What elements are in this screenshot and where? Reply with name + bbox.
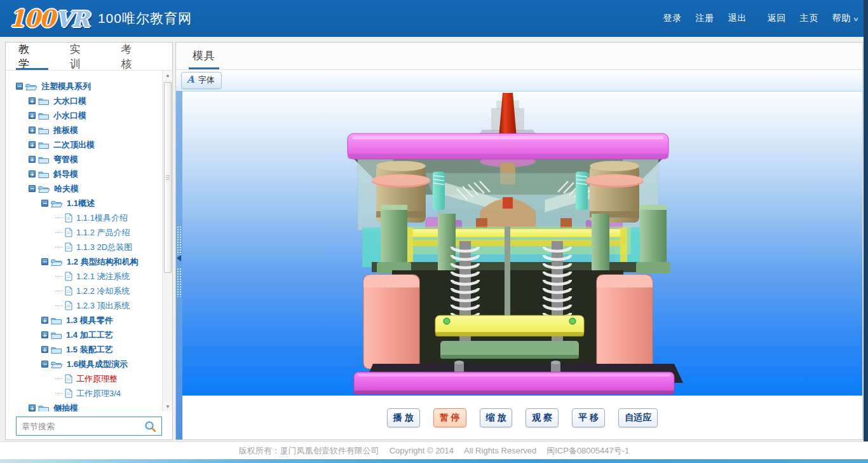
doc-icon bbox=[65, 301, 72, 310]
logo-vr: VR bbox=[55, 8, 89, 30]
chevron-down-icon: ∨ bbox=[853, 16, 860, 22]
folder-closed-icon bbox=[38, 155, 50, 164]
scroll-thumb[interactable] bbox=[164, 82, 172, 273]
tree-item[interactable]: +1.3 模具零件 bbox=[6, 313, 161, 328]
sidebar-tab-1[interactable]: 教 学 bbox=[18, 43, 46, 70]
tree-item-label: 斜导模 bbox=[53, 169, 78, 180]
expand-box-icon[interactable]: + bbox=[41, 346, 48, 353]
nav-link-5[interactable]: 主页 bbox=[799, 13, 818, 24]
tree-item[interactable]: 1.2.3 顶出系统 bbox=[6, 298, 161, 313]
nav-link-2[interactable]: 注册 bbox=[695, 13, 714, 24]
tree-item-label: 侧抽模 bbox=[53, 403, 78, 412]
collapse-box-icon[interactable]: − bbox=[16, 83, 23, 90]
nav-link-4[interactable]: 返回 bbox=[767, 13, 786, 24]
tree-item[interactable]: +侧抽模 bbox=[6, 401, 161, 411]
tree-item[interactable]: −1.6模具成型演示 bbox=[6, 357, 161, 371]
expand-box-icon[interactable]: + bbox=[29, 97, 36, 104]
search-input[interactable] bbox=[22, 422, 144, 431]
scroll-down-arrow[interactable]: ▼ bbox=[163, 402, 172, 411]
tree-item-label: 1.2.3 顶出系统 bbox=[76, 300, 130, 312]
splitter-handle[interactable] bbox=[176, 91, 182, 439]
splitter-dots bbox=[177, 226, 182, 255]
expand-box-icon[interactable]: + bbox=[41, 331, 48, 338]
site-title: 100唯尔教育网 bbox=[98, 10, 192, 27]
tab-mold[interactable]: 模具 bbox=[193, 43, 215, 69]
tree-item-label: 1.5 装配工艺 bbox=[66, 344, 113, 356]
collapse-box-icon[interactable]: − bbox=[41, 200, 48, 207]
tree-connector bbox=[55, 218, 63, 218]
bottom-decor-band bbox=[0, 459, 868, 463]
tree-item[interactable]: −注塑模具系列 bbox=[6, 79, 161, 93]
collapse-box-icon[interactable]: − bbox=[41, 258, 48, 265]
tree-item[interactable]: +1.4 加工工艺 bbox=[6, 328, 161, 342]
control-button-4[interactable]: 观 察 bbox=[526, 408, 559, 427]
expand-box-icon[interactable]: + bbox=[29, 112, 36, 119]
expand-box-icon[interactable]: + bbox=[29, 404, 36, 411]
tree-item[interactable]: 1.2.2 冷却系统 bbox=[6, 284, 161, 298]
font-button[interactable]: A 字体 bbox=[181, 72, 222, 89]
tree-item[interactable]: 1.1.3 2D总装图 bbox=[6, 240, 161, 254]
splitter-dots bbox=[177, 268, 182, 297]
control-button-2[interactable]: 暂 停 bbox=[433, 408, 466, 427]
control-button-3[interactable]: 缩 放 bbox=[480, 408, 513, 427]
tree-item[interactable]: 工作原理整 bbox=[6, 371, 161, 386]
tree-item[interactable]: 1.2.1 浇注系统 bbox=[6, 269, 161, 284]
tree-connector bbox=[55, 305, 63, 306]
expand-box-icon[interactable]: + bbox=[29, 141, 36, 148]
tree-item[interactable]: −1.2 典型结构和机构 bbox=[6, 254, 161, 269]
nav-link-1[interactable]: 登录 bbox=[663, 13, 682, 24]
tree-item[interactable]: 1.1.2 产品介绍 bbox=[6, 225, 161, 240]
tree-item-label: 工作原理3/4 bbox=[76, 388, 121, 399]
expand-box-icon[interactable]: + bbox=[41, 317, 48, 324]
tree-item[interactable]: 工作原理3/4 bbox=[6, 386, 161, 401]
nav-link-3[interactable]: 退出 bbox=[728, 13, 747, 24]
collapse-arrow-icon bbox=[177, 255, 181, 261]
expand-box-icon[interactable]: + bbox=[29, 127, 36, 134]
folder-closed-icon bbox=[38, 111, 50, 120]
tree-item[interactable]: +1.5 装配工艺 bbox=[6, 342, 161, 357]
control-button-6[interactable]: 自适应 bbox=[618, 408, 658, 427]
tree-item[interactable]: +小水口模 bbox=[6, 108, 161, 123]
folder-closed-icon bbox=[38, 170, 50, 179]
scroll-up-arrow[interactable]: ▲ bbox=[163, 71, 172, 80]
sidebar-tab-3[interactable]: 考 核 bbox=[121, 43, 148, 70]
tree-item-label: 哈夫模 bbox=[54, 183, 79, 195]
tree-item[interactable]: +斜导模 bbox=[6, 167, 161, 181]
app-header: 100VR 100唯尔教育网 登录注册退出返回主页帮助∨ bbox=[0, 0, 868, 37]
tree-item[interactable]: +推板模 bbox=[6, 123, 161, 137]
doc-icon bbox=[65, 389, 72, 398]
tree-item[interactable]: 1.1.1模具介绍 bbox=[6, 211, 161, 225]
page: 100VR 100唯尔教育网 登录注册退出返回主页帮助∨ 教 学实 训考 核 −… bbox=[0, 0, 868, 463]
folder-closed-icon bbox=[51, 316, 62, 325]
tree-item[interactable]: +弯管模 bbox=[6, 152, 161, 167]
sidebar-tab-2[interactable]: 实 训 bbox=[70, 43, 97, 70]
tree-item-label: 1.1.1模具介绍 bbox=[76, 212, 128, 224]
collapse-box-icon[interactable]: − bbox=[41, 361, 48, 368]
main-tab-row: 模具 bbox=[176, 43, 862, 70]
tree-item-label: 1.4 加工工艺 bbox=[66, 329, 113, 341]
nav-link-6[interactable]: 帮助∨ bbox=[832, 13, 859, 24]
tree-scrollbar[interactable]: ▲ ▼ bbox=[162, 71, 172, 411]
search-box bbox=[16, 417, 162, 436]
tree-item[interactable]: +二次顶出模 bbox=[6, 137, 161, 152]
3d-viewport[interactable] bbox=[182, 91, 862, 396]
site-logo[interactable]: 100VR bbox=[9, 7, 89, 31]
tree-item[interactable]: −1.1概述 bbox=[6, 196, 161, 211]
expand-box-icon[interactable]: + bbox=[29, 170, 36, 177]
tree-item-label: 1.1.3 2D总装图 bbox=[76, 242, 132, 253]
control-button-1[interactable]: 播 放 bbox=[387, 408, 420, 427]
tree-item-label: 工作原理整 bbox=[76, 373, 118, 385]
control-button-5[interactable]: 平 移 bbox=[572, 408, 605, 427]
collapse-box-icon[interactable]: − bbox=[29, 185, 36, 192]
search-icon[interactable] bbox=[144, 420, 156, 432]
main-panel: 模具 A 字体 bbox=[175, 42, 863, 440]
tree-item[interactable]: −哈夫模 bbox=[6, 181, 161, 196]
tree-item[interactable]: +大水口模 bbox=[6, 93, 161, 108]
folder-closed-icon bbox=[38, 126, 50, 135]
tree-item-label: 1.3 模具零件 bbox=[66, 315, 113, 326]
tree-connector bbox=[55, 378, 63, 379]
doc-icon bbox=[65, 272, 72, 281]
expand-box-icon[interactable]: + bbox=[29, 156, 36, 163]
viewer-toolbar: A 字体 bbox=[176, 70, 862, 91]
tree-item-label: 小水口模 bbox=[53, 110, 86, 121]
